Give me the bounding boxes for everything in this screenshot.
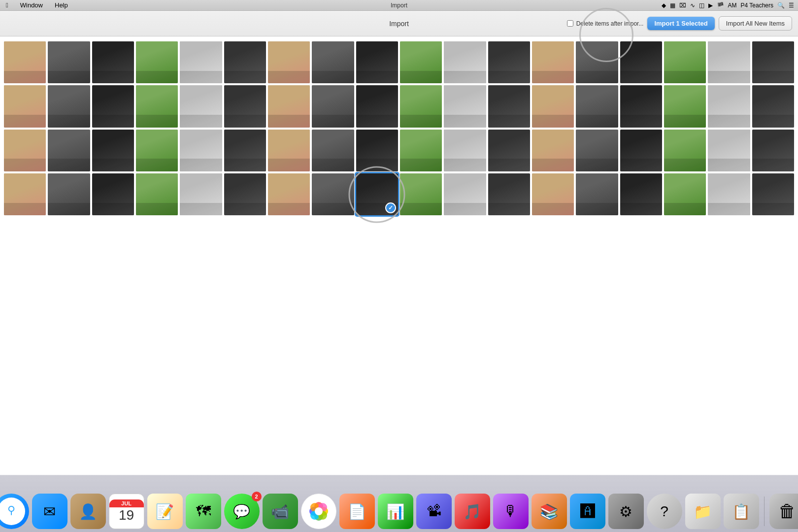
photo-thumb[interactable] (488, 41, 530, 83)
photo-thumb[interactable] (532, 41, 574, 83)
photo-thumb[interactable] (136, 173, 178, 215)
photo-thumb[interactable] (224, 173, 266, 215)
dock-icon-trash[interactable]: 🗑 (769, 494, 798, 529)
photo-thumb[interactable] (444, 85, 486, 127)
photo-thumb[interactable] (356, 130, 398, 171)
photo-thumb[interactable] (136, 41, 178, 83)
menu-list-icon[interactable]: ☰ (789, 2, 794, 9)
photo-thumb[interactable] (488, 85, 530, 127)
photo-thumb[interactable] (400, 41, 442, 83)
photo-thumb[interactable] (532, 130, 574, 171)
photo-thumb[interactable] (356, 173, 398, 215)
photo-thumb[interactable] (92, 173, 134, 215)
dock-icon-mail[interactable]: ✉ (32, 494, 67, 529)
photo-thumb[interactable] (400, 85, 442, 127)
photo-thumb[interactable] (400, 173, 442, 215)
photo-thumb[interactable] (400, 130, 442, 171)
photo-thumb[interactable] (620, 130, 662, 171)
photo-thumb[interactable] (752, 41, 794, 83)
photo-thumb[interactable] (356, 41, 398, 83)
photo-thumb[interactable] (136, 130, 178, 171)
menu-help[interactable]: Help (53, 1, 70, 9)
photo-thumb[interactable] (180, 173, 222, 215)
photo-thumb[interactable] (268, 85, 310, 127)
photo-thumb[interactable] (224, 85, 266, 127)
photo-thumb[interactable] (48, 41, 90, 83)
photo-thumb[interactable] (312, 173, 354, 215)
dock-icon-messages[interactable]: 💬2 (224, 494, 260, 529)
photo-thumb[interactable] (268, 173, 310, 215)
dock-icon-podcasts[interactable]: 🎙 (493, 494, 529, 529)
photo-thumb[interactable] (268, 41, 310, 83)
photo-thumb[interactable] (664, 85, 706, 127)
dock-icon-contacts[interactable]: 👤 (70, 494, 106, 529)
dock-icon-music[interactable]: 🎵 (455, 494, 490, 529)
search-icon[interactable]: 🔍 (777, 2, 785, 9)
delete-after-import-checkbox[interactable] (567, 20, 573, 27)
dock-icon-numbers[interactable]: 📊 (378, 494, 413, 529)
photo-thumb[interactable] (708, 173, 750, 215)
dock-icon-maps[interactable]: 🗺 (186, 494, 221, 529)
dock-icon-finder2[interactable]: 📁 (685, 494, 721, 529)
photo-thumb[interactable] (752, 130, 794, 171)
photo-thumb[interactable] (532, 173, 574, 215)
photo-thumb[interactable] (620, 41, 662, 83)
photo-thumb[interactable] (444, 173, 486, 215)
dock-icon-facetime[interactable]: 📹 (263, 494, 298, 529)
photo-thumb[interactable] (136, 85, 178, 127)
dock-icon-calendar[interactable]: JUL19 (109, 494, 144, 529)
dock-icon-system-prefs[interactable]: ⚙ (608, 494, 644, 529)
photo-thumb[interactable] (4, 41, 46, 83)
photo-thumb[interactable] (576, 130, 618, 171)
photo-thumb[interactable] (488, 173, 530, 215)
photo-thumb[interactable] (752, 173, 794, 215)
photo-thumb[interactable] (752, 85, 794, 127)
dock-icon-task-manager[interactable]: 📋 (724, 494, 759, 529)
menu-window[interactable]: Window (18, 1, 45, 9)
photo-thumb[interactable] (48, 173, 90, 215)
photo-thumb[interactable] (312, 41, 354, 83)
photo-thumb[interactable] (444, 41, 486, 83)
photo-thumb[interactable] (576, 85, 618, 127)
menu-apple[interactable]:  (4, 1, 10, 9)
dock-icon-help[interactable]: ? (647, 494, 682, 529)
photo-thumb[interactable] (664, 173, 706, 215)
photo-thumb[interactable] (92, 41, 134, 83)
import-all-button[interactable]: Import All New Items (719, 16, 792, 31)
photo-thumb[interactable] (4, 85, 46, 127)
dock-icon-pages[interactable]: 📄 (339, 494, 375, 529)
photo-thumb[interactable] (4, 130, 46, 171)
photo-thumb[interactable] (532, 85, 574, 127)
dock-icon-bookstore[interactable]: 📚 (532, 494, 567, 529)
dock-icon-appstore[interactable]: 🅰 (570, 494, 605, 529)
photo-thumb[interactable] (180, 85, 222, 127)
photo-thumb[interactable] (708, 41, 750, 83)
photo-thumb[interactable] (180, 130, 222, 171)
photo-thumb[interactable] (708, 85, 750, 127)
photo-thumb[interactable] (708, 130, 750, 171)
dock-icon-notes[interactable]: 📝 (147, 494, 183, 529)
photo-thumb[interactable] (48, 85, 90, 127)
photo-thumb[interactable] (224, 130, 266, 171)
photo-thumb[interactable] (620, 173, 662, 215)
photo-thumb[interactable] (312, 130, 354, 171)
photo-thumb[interactable] (268, 130, 310, 171)
photo-thumb[interactable] (488, 130, 530, 171)
photo-thumb[interactable] (620, 85, 662, 127)
photo-thumb[interactable] (444, 130, 486, 171)
photo-thumb[interactable] (356, 85, 398, 127)
photo-thumb[interactable] (664, 130, 706, 171)
photo-thumb[interactable] (664, 41, 706, 83)
photo-thumb[interactable] (312, 85, 354, 127)
photo-thumb[interactable] (224, 41, 266, 83)
photo-thumb[interactable] (92, 85, 134, 127)
import-selected-button[interactable]: Import 1 Selected (647, 17, 714, 30)
dock-icon-photos[interactable] (301, 494, 336, 529)
photo-thumb[interactable] (576, 173, 618, 215)
photo-thumb[interactable] (92, 130, 134, 171)
photo-thumb[interactable] (180, 41, 222, 83)
dock-icon-keynote[interactable]: 📽 (416, 494, 452, 529)
photo-thumb[interactable] (48, 130, 90, 171)
dock-icon-safari[interactable]: ⚲ (0, 494, 29, 529)
photo-thumb[interactable] (576, 41, 618, 83)
